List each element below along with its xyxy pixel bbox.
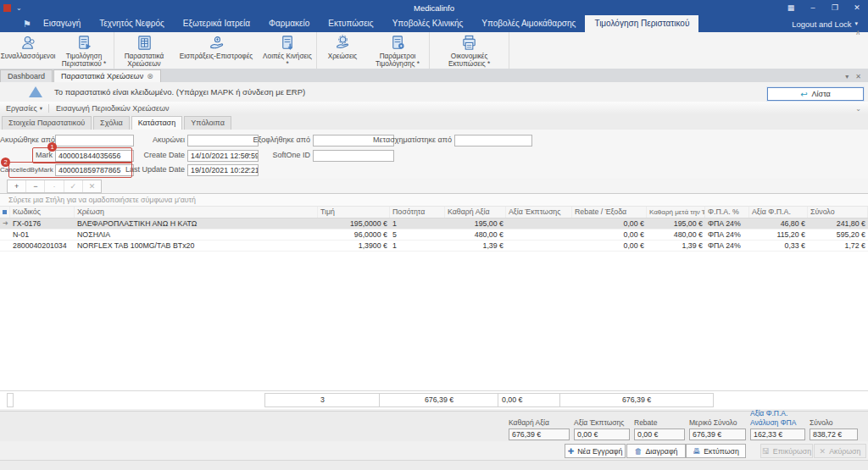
col-posotita[interactable]: Ποσότητα	[390, 207, 445, 218]
validate-button[interactable]: 🖫 Επικύρωση	[760, 444, 813, 458]
tab-dashboard[interactable]: Dashboard	[0, 69, 53, 82]
col-kathari-meta-ekpt[interactable]: Καθαρή μετά την Έκπτ.	[647, 207, 705, 218]
col-rebate-exoda[interactable]: Rebate / Έξοδα	[572, 207, 647, 218]
save-icon: 🖫	[762, 447, 770, 456]
delete-button[interactable]: 🗑 Διαγραφή	[626, 444, 686, 458]
row-indicator-header	[0, 207, 10, 218]
menu-item-ektyposeis[interactable]: Εκτυπώσεις	[319, 15, 382, 32]
list-button[interactable]: ↪ Λίστα	[767, 87, 864, 101]
menu-item-ypovoles-klinikis[interactable]: Υποβολές Κλινικής	[383, 15, 473, 32]
group-by-hint: Σύρετε μια Στήλη για να ομαδοποιήσετε σύ…	[0, 194, 868, 207]
annotation-badge-1: 1	[47, 142, 57, 152]
parametroi-timologisis-button[interactable]: Παράμετροι Τιμολόγησης *	[367, 33, 428, 69]
menu-item-ypovoles-aimokatharsis[interactable]: Υποβολές Αιμοκάθαρσης	[472, 15, 585, 32]
eispraxeis-epistrofes-button[interactable]: Εισπράξεις-Επιστροφές	[173, 33, 259, 60]
document-table-icon	[136, 34, 153, 52]
menu-bar: ⚑ Εισαγωγή Τεχνητός Νεφρός Εξωτερικά Ιατ…	[0, 15, 868, 32]
col-timi[interactable]: Τιμή	[318, 207, 390, 218]
summary-net-after: 676,39 €	[559, 393, 714, 407]
col-kodikos[interactable]: Κωδικός	[10, 207, 75, 218]
tab-close-icon[interactable]: ⊗	[147, 70, 153, 82]
totals-panel: Καθαρή Αξία 676,39 € Αξία Έκπτωσης 0,00 …	[0, 411, 868, 443]
last-update-dropdown-icon[interactable]: ▾	[244, 164, 253, 174]
tab-list-dropdown-icon[interactable]: ▾	[845, 73, 849, 80]
window-title: Medicalinfo	[0, 3, 868, 13]
timologisi-peristatikou-button[interactable]: Τιμολόγηση Περιστατικού *	[55, 33, 113, 69]
navigator-cancel-button[interactable]: ✕	[83, 180, 101, 192]
col-fpa-pct[interactable]: Φ.Π.Α. %	[705, 207, 749, 218]
tasks-bar: Εργασίες ▾ Εισαγωγή Περιοδικών Χρεώσεων …	[0, 102, 868, 116]
document-down-icon	[279, 34, 297, 52]
rebate-label: Rebate	[634, 419, 685, 427]
ribbon-collapse-icon[interactable]: ∧	[855, 29, 860, 36]
printer-icon: 🖶	[693, 447, 700, 456]
xreoseis-button[interactable]: Χρεώσεις	[318, 33, 367, 60]
col-axia-ekptosis[interactable]: Αξία Έκπτωσης	[506, 207, 572, 218]
warning-text: Το παραστατικό είναι κλειδωμένο. (Υπάρχε…	[54, 87, 305, 97]
col-xreosi[interactable]: Χρέωση	[75, 207, 318, 218]
cancelled-from-label: Ακυρώθηκε από	[0, 135, 53, 146]
table-row[interactable]: 2800040201034 NORFLEX TAB 100MG/TAB BTx2…	[0, 241, 868, 252]
warning-triangle-icon	[29, 86, 42, 97]
tab-sxolia[interactable]: Σχόλια	[93, 116, 130, 130]
create-date-label: Create Date	[125, 150, 185, 161]
navigator-edit-button[interactable]: ·	[45, 180, 64, 192]
menu-item-eisagogi[interactable]: Εισαγωγή	[34, 15, 90, 32]
tab-katastasi[interactable]: Κατάσταση	[131, 116, 182, 130]
file-flag-icon[interactable]: ⚑	[20, 15, 34, 32]
theme-icon[interactable]: ▦	[780, 0, 802, 15]
paid-from-label: Εξοφλήθηκε από	[246, 135, 310, 146]
navigator-add-button[interactable]: +	[8, 180, 26, 192]
tab-parastatika-xreoseon[interactable]: Παραστατικά Χρεώσεων ⊗	[53, 69, 161, 82]
rebate-value: 0,00 €	[634, 429, 685, 440]
total-value: 838,72 €	[810, 429, 858, 440]
new-record-button[interactable]: ✚ Νέα Εγγραφή	[565, 444, 626, 458]
restore-icon[interactable]: ❐	[824, 0, 846, 15]
ergasies-menu-button[interactable]: Εργασίες ▾	[0, 102, 48, 115]
oikonomikes-ektyposeis-button[interactable]: Οικονομικές Εκτυπώσεις *	[431, 33, 508, 69]
navigator-remove-button[interactable]: −	[26, 180, 45, 192]
menu-item-texnitos-nefros[interactable]: Τεχνητός Νεφρός	[90, 15, 174, 32]
cancel-button[interactable]: ✕ Ακύρωση	[814, 444, 866, 458]
transformed-from-label: Μετασχηματίστηκε από	[364, 135, 452, 146]
synallassomenoi-button[interactable]: Συναλλασσόμενοι	[1, 33, 55, 60]
parastatika-xreoseon-button[interactable]: Παραστατικά Χρεώσεων	[115, 33, 173, 69]
tab-strip-close-icon[interactable]: ✕	[855, 73, 861, 80]
quick-access-dropdown-icon[interactable]: ⌄	[16, 4, 22, 12]
title-bar: ⌄ Medicalinfo ▦ – ❐ ✕	[0, 0, 868, 15]
ribbon-group-ektyposeis: Οικονομικές Εκτυπώσεις * Τιμολόγηση - Εκ…	[430, 32, 509, 69]
net-value: 676,39 €	[509, 429, 570, 440]
panel-collapse-icon[interactable]: ⌄	[855, 105, 868, 113]
eisagogi-periodikon-xreoseon-button[interactable]: Εισαγωγή Περιοδικών Χρεώσεων	[49, 104, 176, 113]
close-icon[interactable]: ✕	[846, 0, 868, 15]
table-row[interactable]: ➜ ΓΧ-0176 ΒΛΕΦΑΡΟΠΛΑΣΤΙΚΗ ΑΝΩ Η ΚΑΤΩ 195…	[0, 218, 868, 229]
tab-stoixeia-parastatikou[interactable]: Στοιχεία Παραστατικού	[2, 116, 92, 130]
trash-icon: 🗑	[634, 447, 642, 456]
cancels-label: Ακυρώνει	[125, 135, 185, 146]
minimize-icon[interactable]: –	[802, 0, 824, 15]
annotation-badge-2: 2	[1, 158, 10, 167]
menu-item-timologisi-peristatikou[interactable]: Τιμολόγηση Περιστατικού	[585, 15, 698, 32]
warning-bar: Το παραστατικό είναι κλειδωμένο. (Υπάρχε…	[0, 82, 868, 102]
menu-item-farmakeio[interactable]: Φαρμακείο	[259, 15, 319, 32]
app-icon	[3, 4, 11, 12]
cancelled-from-field[interactable]	[55, 135, 134, 147]
tab-ypoloipa[interactable]: Υπόλοιπα	[184, 116, 231, 130]
loipes-kiniseis-button[interactable]: Λοιπές Κινήσεις *	[259, 33, 315, 69]
transformed-from-field[interactable]	[454, 135, 532, 147]
softone-id-field[interactable]	[313, 150, 394, 162]
print-button[interactable]: 🖶 Εκτύπωση	[686, 444, 746, 458]
status-form: Ακυρώθηκε από Ακυρώνει Εξοφλήθηκε από Με…	[0, 130, 868, 180]
col-kathari-axia[interactable]: Καθαρή Αξία	[445, 207, 506, 218]
status-bar	[0, 460, 868, 470]
vat-value: 162,33 €	[750, 429, 805, 440]
menu-item-exoterika-iatreia[interactable]: Εξωτερικά Ιατρεία	[174, 15, 259, 32]
navigator-post-button[interactable]: ✓	[64, 180, 83, 192]
discount-label: Αξία Έκπτωσης	[574, 419, 630, 427]
vat-analysis-link[interactable]: Ανάλυση ΦΠΑ	[750, 419, 805, 427]
col-axia-fpa[interactable]: Αξία Φ.Π.Α.	[749, 207, 808, 218]
detail-tab-strip: Στοιχεία Παραστατικού Σχόλια Κατάσταση Υ…	[0, 115, 868, 130]
table-row[interactable]: Ν-01 ΝΟΣΗΛΙΑ 96,0000 € 5 480,00 € 0,00 €…	[0, 229, 868, 241]
discount-value: 0,00 €	[574, 429, 630, 440]
col-synolo[interactable]: Σύνολο	[808, 207, 868, 218]
